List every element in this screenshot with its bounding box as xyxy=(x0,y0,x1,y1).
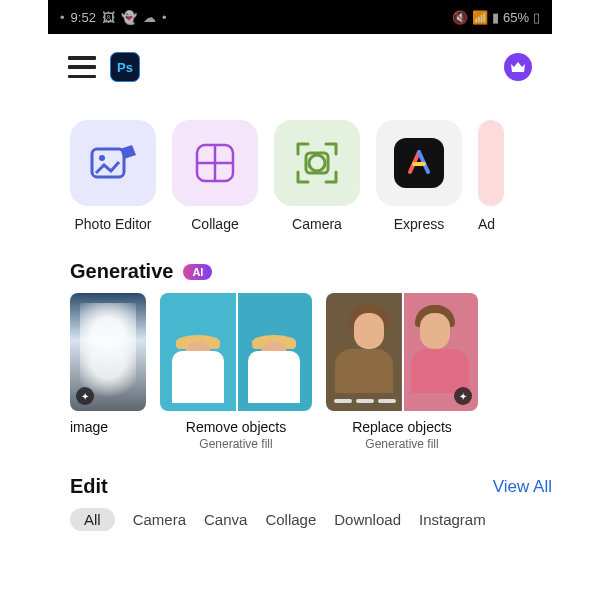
generative-card-remove-objects[interactable]: Remove objects Generative fill xyxy=(160,293,312,451)
photo-editor-icon xyxy=(88,141,138,185)
app-header: Ps xyxy=(48,34,552,86)
filter-camera[interactable]: Camera xyxy=(133,511,186,528)
badge-icon: ✦ xyxy=(454,387,472,405)
status-bar: • 9:52 🖼 👻 ☁ • 🔇 📶 ▮ 65% ▯ xyxy=(48,0,552,34)
express-icon xyxy=(404,148,434,178)
dot-icon: • xyxy=(60,10,65,25)
camera-icon xyxy=(292,138,342,188)
generative-row: ✦ image Remove objects Generative fill ✦… xyxy=(48,293,552,459)
app-logo[interactable]: Ps xyxy=(110,52,140,82)
battery-icon: ▯ xyxy=(533,10,540,25)
cloud-illustration xyxy=(80,303,136,401)
gen-card-subtitle: Generative fill xyxy=(326,437,478,451)
tile-photo-editor[interactable]: Photo Editor xyxy=(70,120,156,232)
filter-instagram[interactable]: Instagram xyxy=(419,511,486,528)
status-time: 9:52 xyxy=(71,10,96,25)
svg-point-1 xyxy=(99,155,105,161)
badge-icon: ✦ xyxy=(76,387,94,405)
signal-icon: ▮ xyxy=(492,10,499,25)
tile-label: Collage xyxy=(172,216,258,232)
gen-card-subtitle: Generative fill xyxy=(160,437,312,451)
tile-collage[interactable]: Collage xyxy=(172,120,258,232)
svg-point-5 xyxy=(309,155,325,171)
tile-ad[interactable]: Ad xyxy=(478,120,504,232)
generative-title: Generative xyxy=(70,260,173,283)
generative-section-header: Generative AI xyxy=(48,240,552,293)
edit-section-header: Edit View All xyxy=(48,459,552,504)
filter-canva[interactable]: Canva xyxy=(204,511,247,528)
filter-collage[interactable]: Collage xyxy=(265,511,316,528)
gen-card-title: Replace objects xyxy=(326,419,478,435)
gen-card-title: image xyxy=(70,419,146,435)
gen-card-title: Remove objects xyxy=(160,419,312,435)
snapchat-icon: 👻 xyxy=(121,10,137,25)
tile-label: Photo Editor xyxy=(70,216,156,232)
image-icon: 🖼 xyxy=(102,10,115,25)
filter-download[interactable]: Download xyxy=(334,511,401,528)
tile-label: Ad xyxy=(478,216,504,232)
filter-all[interactable]: All xyxy=(70,508,115,531)
generative-card-image[interactable]: ✦ image xyxy=(70,293,146,451)
ai-badge: AI xyxy=(183,264,212,280)
view-all-link[interactable]: View All xyxy=(493,477,552,497)
wifi-icon: 📶 xyxy=(472,10,488,25)
cloud-icon: ☁ xyxy=(143,10,156,25)
tile-express[interactable]: Express xyxy=(376,120,462,232)
mute-icon: 🔇 xyxy=(452,10,468,25)
tile-label: Express xyxy=(376,216,462,232)
status-battery-pct: 65% xyxy=(503,10,529,25)
edit-title: Edit xyxy=(70,475,108,498)
tile-camera[interactable]: Camera xyxy=(274,120,360,232)
dot-icon: • xyxy=(162,10,167,25)
edit-filters: All Camera Canva Collage Download Instag… xyxy=(48,504,552,531)
premium-button[interactable] xyxy=(504,53,532,81)
tools-row: Photo Editor Collage Camera xyxy=(48,86,552,240)
menu-button[interactable] xyxy=(68,56,96,78)
tile-label: Camera xyxy=(274,216,360,232)
crown-icon xyxy=(510,61,526,73)
collage-icon xyxy=(193,141,237,185)
generative-card-replace-objects[interactable]: ✦ Replace objects Generative fill xyxy=(326,293,478,451)
